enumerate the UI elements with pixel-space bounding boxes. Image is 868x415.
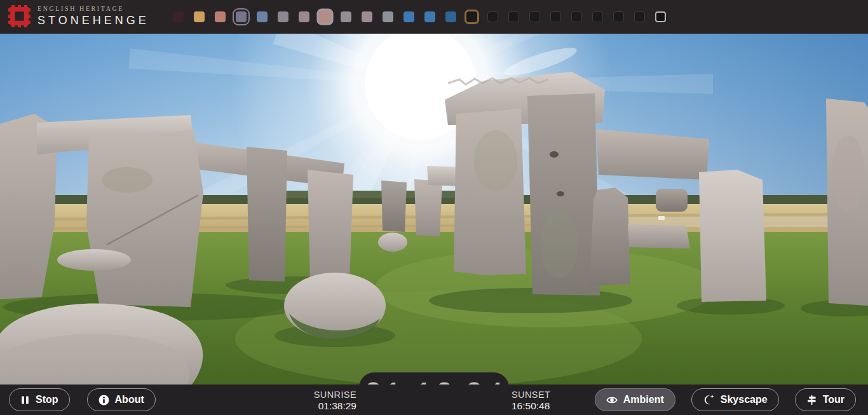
time-swatch-18[interactable] xyxy=(550,11,561,22)
sunrise-time: 01:38:29 xyxy=(314,400,356,412)
ambient-button[interactable]: Ambient xyxy=(595,388,675,411)
distant-stone xyxy=(656,189,688,212)
time-swatch-15[interactable] xyxy=(487,11,498,22)
skyscape-button[interactable]: Skyscape xyxy=(691,388,779,411)
standing-stone xyxy=(86,130,203,307)
distant-van xyxy=(658,216,665,220)
about-button[interactable]: About xyxy=(87,388,156,411)
sunset-time: 16:50:48 xyxy=(512,400,550,412)
boulder xyxy=(378,233,407,252)
time-swatch-8[interactable] xyxy=(341,11,351,22)
standing-stone xyxy=(381,180,407,232)
boulder xyxy=(57,249,131,271)
english-heritage-logo-icon xyxy=(8,5,31,27)
about-button-label: About xyxy=(115,394,144,405)
standing-stone xyxy=(590,187,630,285)
fallen-stone xyxy=(628,224,690,248)
time-swatch-1[interactable] xyxy=(194,11,205,22)
time-swatch-0[interactable] xyxy=(173,11,184,22)
time-swatch-11[interactable] xyxy=(403,11,414,22)
stop-button-label: Stop xyxy=(36,394,58,405)
signpost-icon xyxy=(806,395,817,405)
time-swatch-3[interactable] xyxy=(236,11,247,22)
brand-eyebrow: ENGLISH HERITAGE xyxy=(37,5,149,12)
eye-icon xyxy=(606,395,618,405)
page-title: STONEHENGE xyxy=(37,14,149,27)
standing-stone xyxy=(414,179,442,236)
time-swatch-13[interactable] xyxy=(445,11,456,22)
time-swatch-20[interactable] xyxy=(592,11,603,22)
time-swatch-12[interactable] xyxy=(424,11,435,22)
stop-button[interactable]: Stop xyxy=(9,388,70,411)
time-swatch-23[interactable] xyxy=(655,11,666,22)
skyscape-app: ENGLISH HERITAGE STONEHENGE xyxy=(0,0,868,415)
time-swatch-row xyxy=(173,0,666,34)
time-swatch-19[interactable] xyxy=(571,11,582,22)
time-swatch-21[interactable] xyxy=(613,11,624,22)
sunrise-label: SUNRISE xyxy=(314,389,356,400)
time-swatch-5[interactable] xyxy=(278,11,288,22)
time-swatch-4[interactable] xyxy=(257,11,268,22)
time-swatch-6[interactable] xyxy=(299,11,309,22)
ambient-button-label: Ambient xyxy=(623,394,664,405)
moon-sparkle-icon xyxy=(703,394,715,405)
standing-stone xyxy=(308,170,353,282)
tour-button-label: Tour xyxy=(823,394,844,405)
time-swatch-10[interactable] xyxy=(383,11,393,22)
sunset-label: SUNSET xyxy=(512,389,550,400)
time-swatch-16[interactable] xyxy=(508,11,519,22)
time-swatch-9[interactable] xyxy=(362,11,372,22)
standing-stone xyxy=(247,147,287,282)
time-swatch-14[interactable] xyxy=(466,11,477,22)
standing-stone xyxy=(699,170,766,302)
time-swatch-7[interactable] xyxy=(319,11,331,23)
stonehenge-panorama xyxy=(0,34,868,384)
time-swatch-2[interactable] xyxy=(215,11,226,22)
time-swatch-22[interactable] xyxy=(634,11,645,22)
panorama-viewport[interactable] xyxy=(0,34,868,384)
info-icon xyxy=(98,395,109,405)
brand: ENGLISH HERITAGE STONEHENGE xyxy=(8,4,149,27)
sunset-readout: SUNSET 16:50:48 xyxy=(512,389,550,412)
pause-icon xyxy=(20,395,30,405)
sunrise-readout: SUNRISE 01:38:29 xyxy=(314,389,356,412)
skyscape-button-label: Skyscape xyxy=(721,394,768,405)
tour-button[interactable]: Tour xyxy=(795,388,856,411)
time-swatch-17[interactable] xyxy=(529,11,540,22)
header-bar: ENGLISH HERITAGE STONEHENGE xyxy=(0,0,868,34)
